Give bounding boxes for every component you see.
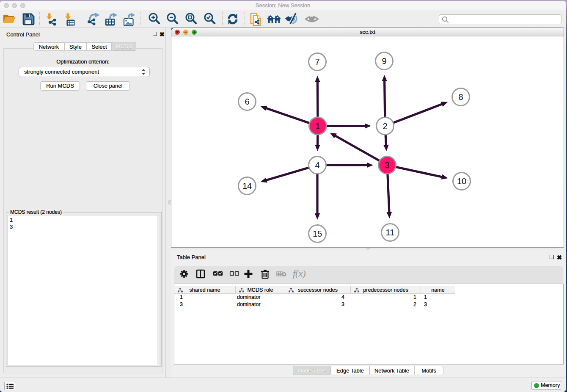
svg-text:1: 1: [315, 121, 320, 131]
svg-text:4: 4: [315, 160, 319, 170]
svg-text:6: 6: [245, 97, 249, 106]
svg-text:11: 11: [386, 228, 395, 237]
svg-text:8: 8: [458, 92, 463, 102]
svg-text:9: 9: [382, 56, 386, 66]
svg-text:2: 2: [383, 121, 387, 131]
svg-text:7: 7: [315, 57, 319, 66]
svg-text:15: 15: [313, 229, 322, 238]
svg-text:3: 3: [385, 160, 389, 170]
svg-text:14: 14: [242, 181, 252, 190]
svg-text:10: 10: [457, 177, 466, 186]
